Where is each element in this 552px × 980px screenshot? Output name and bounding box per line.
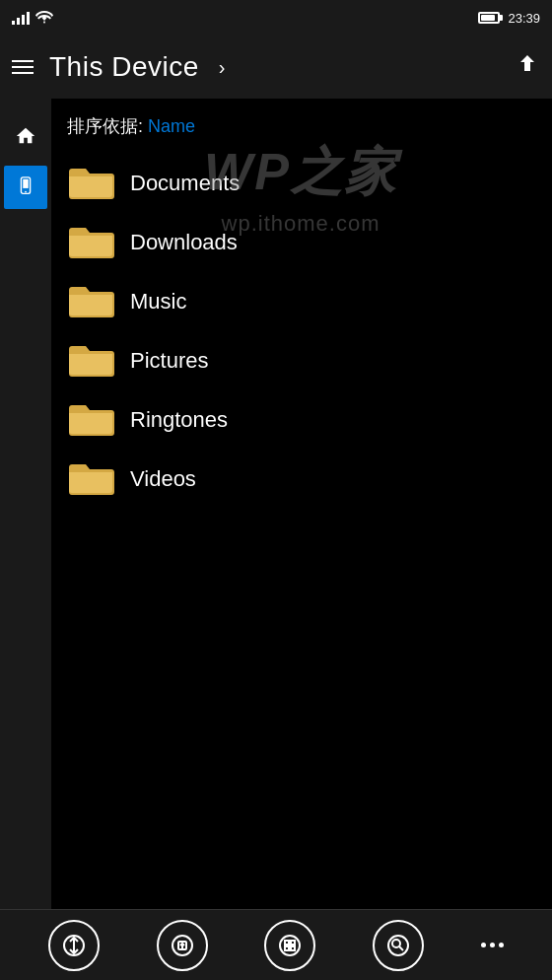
folder-name-videos: Videos [130, 466, 196, 492]
toolbar-more-button[interactable] [481, 943, 504, 947]
folder-item-documents[interactable]: Documents [51, 154, 552, 213]
toolbar-search-button[interactable] [373, 920, 424, 971]
upload-button[interactable] [515, 51, 540, 83]
folder-item-music[interactable]: Music [51, 272, 552, 331]
bottom-toolbar [0, 909, 552, 980]
file-browser-content: 排序依据: Name Documents [51, 99, 552, 909]
folder-list: Documents Downloads Mu [51, 154, 552, 509]
svg-rect-12 [291, 946, 295, 950]
battery-icon [478, 12, 500, 24]
status-bar: 23:39 [0, 0, 552, 35]
folder-item-videos[interactable]: Videos [51, 450, 552, 509]
sort-label: 排序依据: [67, 116, 143, 136]
more-dot-2 [490, 943, 495, 947]
folder-item-downloads[interactable]: Downloads [51, 213, 552, 272]
sidebar-item-phone[interactable] [4, 166, 47, 209]
folder-name-music: Music [130, 289, 186, 315]
toolbar-grid-button[interactable] [264, 920, 315, 971]
folder-icon [67, 282, 114, 321]
svg-point-13 [388, 936, 408, 955]
title-bar: This Device › [0, 35, 552, 99]
folder-icon [67, 223, 114, 262]
wifi-icon [35, 10, 53, 27]
status-left [12, 10, 53, 27]
svg-line-15 [399, 946, 403, 950]
more-dot-1 [481, 943, 486, 947]
svg-rect-1 [23, 179, 29, 188]
title-left: This Device › [12, 51, 225, 83]
folder-icon [67, 164, 114, 203]
sort-header[interactable]: 排序依据: Name [51, 110, 552, 154]
folder-icon [67, 459, 114, 499]
toolbar-share-button[interactable] [157, 920, 208, 971]
sort-value: Name [148, 116, 195, 136]
svg-rect-11 [285, 946, 289, 950]
sidebar-item-home[interactable] [4, 114, 47, 158]
folder-icon [67, 341, 114, 381]
folder-name-pictures: Pictures [130, 348, 208, 374]
home-icon [15, 125, 36, 147]
folder-item-pictures[interactable]: Pictures [51, 331, 552, 390]
time-display: 23:39 [508, 11, 540, 26]
folder-name-documents: Documents [130, 171, 240, 196]
svg-rect-9 [285, 941, 289, 945]
folder-name-downloads: Downloads [130, 230, 238, 255]
sidebar [0, 99, 51, 909]
more-dot-3 [499, 943, 504, 947]
folder-name-ringtones: Ringtones [130, 407, 228, 433]
main-content: 排序依据: Name Documents [0, 99, 552, 909]
status-right: 23:39 [478, 11, 540, 26]
svg-point-2 [25, 191, 27, 193]
svg-rect-10 [291, 941, 295, 945]
svg-point-14 [392, 940, 400, 947]
folder-item-ringtones[interactable]: Ringtones [51, 390, 552, 450]
title-chevron-icon: › [219, 56, 226, 79]
page-title: This Device [49, 51, 199, 83]
hamburger-button[interactable] [12, 60, 34, 74]
signal-icon [12, 11, 30, 25]
phone-icon [15, 176, 36, 198]
toolbar-list-button[interactable] [48, 920, 100, 971]
folder-icon [67, 400, 114, 440]
